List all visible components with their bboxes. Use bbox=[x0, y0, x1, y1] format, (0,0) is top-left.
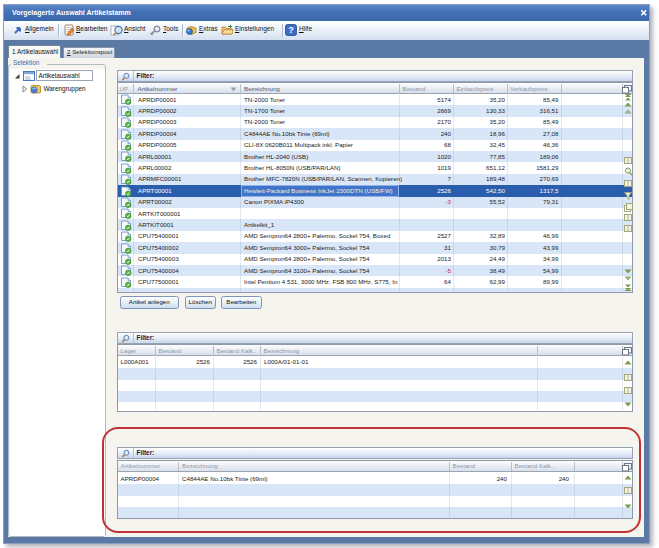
svg-text:?: ? bbox=[288, 25, 294, 35]
